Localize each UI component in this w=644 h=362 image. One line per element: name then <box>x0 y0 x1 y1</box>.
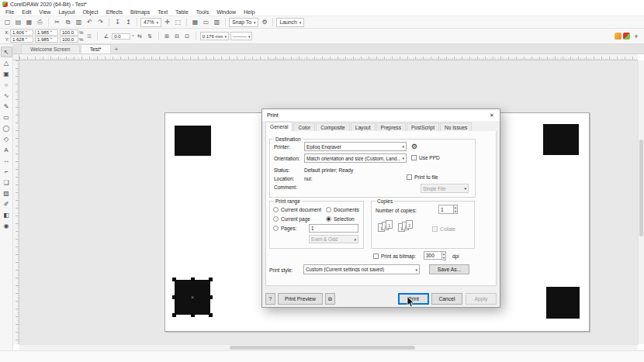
print-as-bitmap-checkbox[interactable]: Print as bitmap: <box>373 253 416 259</box>
radio-pages[interactable]: Pages: <box>273 226 296 231</box>
mirror-vertical-icon[interactable]: ⇅ <box>146 32 154 40</box>
stepper-arrows[interactable]: ▴ ▾ <box>442 251 446 260</box>
menu-tools[interactable]: Tools <box>192 9 213 16</box>
horizontal-scrollbar-thumb[interactable] <box>230 346 415 350</box>
open-icon[interactable]: ▤ <box>13 18 23 27</box>
outline-width-dropdown[interactable]: 0.176 mm ▾ <box>200 32 229 40</box>
options-gear-icon[interactable]: ⚙ <box>259 18 269 27</box>
number-of-copies-stepper[interactable]: 1 ▴ ▾ <box>438 205 458 214</box>
app-shortcut-icon[interactable] <box>623 33 630 40</box>
stepper-arrows[interactable]: ▴ ▾ <box>454 205 458 214</box>
print-style-dropdown[interactable]: Custom (Current settings not saved) ▾ <box>303 264 420 274</box>
orientation-dropdown[interactable]: Match orientation and size (Custom, Land… <box>304 153 407 163</box>
help-button[interactable]: ? <box>265 293 275 305</box>
menu-text[interactable]: Text <box>154 9 171 16</box>
export-icon[interactable]: ↥ <box>123 18 133 27</box>
stepper-down-icon[interactable]: ▾ <box>454 209 457 213</box>
polygon-tool-icon[interactable]: ◇ <box>1 133 12 144</box>
rotation-angle-input[interactable]: 0.0 <box>112 33 130 40</box>
selected-object[interactable]: × <box>175 280 210 315</box>
zoom-level-dropdown[interactable]: 47% ▾ <box>140 18 161 27</box>
radio-current-document[interactable]: Current document <box>273 207 321 212</box>
pick-tool-icon[interactable]: ↖ <box>1 47 12 57</box>
ellipse-tool-icon[interactable]: ◯ <box>1 122 12 133</box>
print-icon[interactable]: ⎙ <box>35 18 45 27</box>
line-style-dropdown[interactable]: ——— ▾ <box>230 32 253 40</box>
object-order-icon[interactable]: ⊟ <box>173 32 182 40</box>
printer-dropdown[interactable]: Epilog Engraver ▾ <box>304 142 407 151</box>
shape-rectangle-top-left[interactable] <box>175 126 211 156</box>
vertical-scrollbar-thumb[interactable] <box>639 140 643 236</box>
selection-handle[interactable] <box>191 313 195 317</box>
scale-x-input[interactable]: 100.0 <box>60 29 78 36</box>
rectangle-tool-icon[interactable]: ▭ <box>1 112 12 122</box>
smart-fill-tool-icon[interactable]: ◉ <box>1 220 12 231</box>
paste-icon[interactable]: ▥ <box>74 18 84 27</box>
cut-icon[interactable]: ✂ <box>52 18 62 27</box>
print-to-file-checkbox[interactable]: Print to file <box>407 174 438 180</box>
number-of-copies-value[interactable]: 1 <box>438 205 454 214</box>
close-icon[interactable]: ✕ <box>487 111 497 119</box>
fullscreen-icon[interactable]: ⬚ <box>173 18 183 27</box>
stepper-down-icon[interactable]: ▾ <box>442 256 445 260</box>
show-guidelines-icon[interactable]: ▥ <box>212 18 222 27</box>
selection-handle[interactable] <box>172 278 176 281</box>
drop-shadow-tool-icon[interactable]: ❏ <box>1 177 12 188</box>
launch-dropdown[interactable]: Launch ▾ <box>276 18 304 27</box>
selection-handle[interactable] <box>172 313 176 317</box>
menu-effects[interactable]: Effects <box>102 9 126 16</box>
pan-icon[interactable]: ✛ <box>162 18 172 27</box>
save-icon[interactable]: ▦ <box>24 18 34 27</box>
new-document-icon[interactable]: ▢ <box>2 18 12 27</box>
object-width-input[interactable]: 1.985 " <box>35 29 58 36</box>
redo-icon[interactable]: ↷ <box>95 18 106 27</box>
horizontal-ruler[interactable] <box>19 54 638 60</box>
print-preview-button[interactable]: Print Preview <box>278 293 323 305</box>
print-button[interactable]: Print <box>398 293 429 305</box>
menu-table[interactable]: Table <box>171 9 192 16</box>
shape-tool-icon[interactable]: △ <box>1 57 12 68</box>
menu-help[interactable]: Help <box>240 9 258 16</box>
object-height-input[interactable]: 1.985 " <box>35 36 58 43</box>
window-titlebar[interactable]: CorelDRAW 2020 (64-Bit) - Test* <box>0 0 644 9</box>
printer-settings-gear-icon[interactable]: ⚙ <box>411 143 417 150</box>
zoom-tool-icon[interactable]: ○ <box>1 79 12 90</box>
horizontal-scrollbar[interactable] <box>19 344 638 350</box>
interactive-fill-tool-icon[interactable]: ◧ <box>1 209 12 220</box>
radio-current-page[interactable]: Current page <box>273 216 310 222</box>
bitmap-dpi-value[interactable]: 300 <box>424 251 442 260</box>
shape-rectangle-bottom-right[interactable] <box>546 287 580 319</box>
radio-documents[interactable]: Documents <box>326 207 359 212</box>
mini-preview-toggle-icon[interactable]: ⧉ <box>325 293 335 305</box>
tab-welcome-screen[interactable]: Welcome Screen <box>21 44 80 53</box>
dimension-tool-icon[interactable]: ↔ <box>1 155 12 166</box>
vertical-ruler[interactable] <box>13 60 19 344</box>
app-shortcut-icon[interactable] <box>615 33 621 40</box>
vertical-scrollbar[interactable] <box>638 60 644 344</box>
artistic-media-tool-icon[interactable]: ✎ <box>1 101 12 112</box>
menu-file[interactable]: File <box>2 9 18 16</box>
y-position-input[interactable]: 1.628 " <box>10 36 33 43</box>
radio-selection[interactable]: Selection <box>326 216 355 222</box>
connector-tool-icon[interactable]: ⌐ <box>1 166 12 177</box>
menu-edit[interactable]: Edit <box>18 9 35 16</box>
pages-input[interactable]: 1 <box>309 224 358 233</box>
snap-to-dropdown[interactable]: Snap To ▾ <box>229 18 258 27</box>
menu-layout[interactable]: Layout <box>54 9 78 16</box>
menu-window[interactable]: Window <box>213 9 240 16</box>
text-tool-icon[interactable]: A <box>1 144 12 155</box>
wrap-text-icon[interactable]: ⊞ <box>163 32 171 40</box>
selection-handle[interactable] <box>209 295 213 299</box>
show-grid-icon[interactable]: ▦ <box>190 18 200 27</box>
menu-object[interactable]: Object <box>78 9 102 16</box>
undo-icon[interactable]: ↶ <box>85 18 95 27</box>
transparency-tool-icon[interactable]: ▨ <box>1 188 12 198</box>
menu-bitmaps[interactable]: Bitmaps <box>126 9 154 16</box>
selection-handle[interactable] <box>209 278 213 281</box>
shape-rectangle-top-right[interactable] <box>543 124 579 155</box>
selection-handle[interactable] <box>191 278 195 281</box>
menu-view[interactable]: View <box>35 9 54 16</box>
group-objects-icon[interactable]: ⊡ <box>183 32 192 40</box>
print-dialog-titlebar[interactable]: Print <box>262 109 500 121</box>
quick-customize-button[interactable]: + <box>632 32 641 41</box>
